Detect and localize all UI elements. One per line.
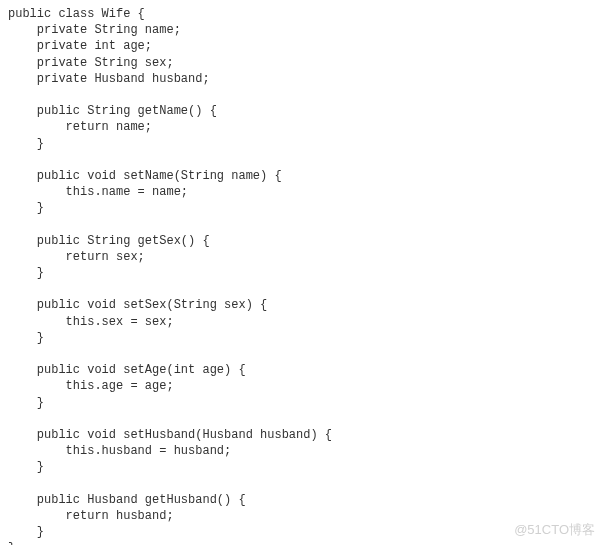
code-block: public class Wife { private String name;… (0, 0, 603, 545)
watermark: @51CTO博客 (514, 521, 595, 539)
